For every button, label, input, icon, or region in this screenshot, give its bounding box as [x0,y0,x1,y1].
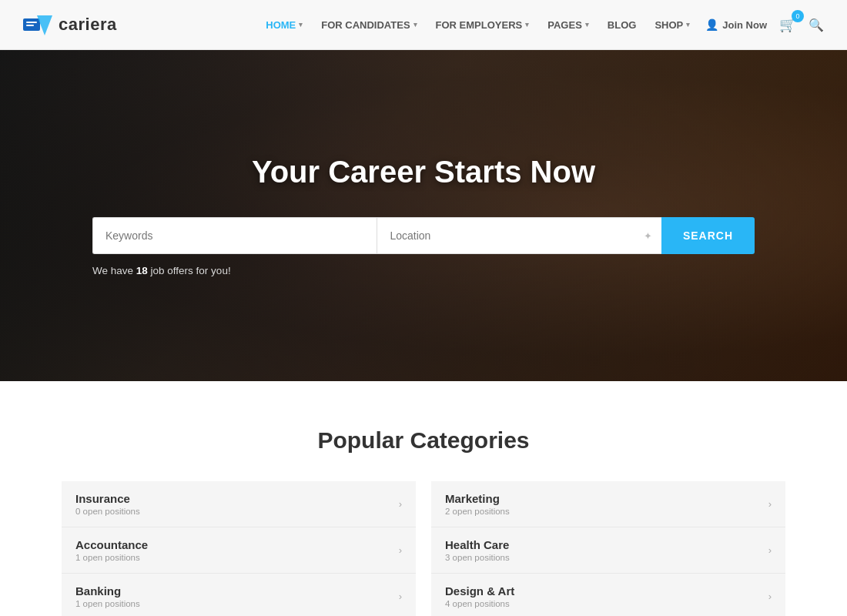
chevron-down-icon: ▾ [413,21,417,28]
chevron-right-icon: › [768,544,772,556]
chevron-right-icon: › [399,544,402,556]
chevron-down-icon: ▾ [299,21,303,28]
hero-section: Your Career Starts Now ✦ SEARCH We have … [0,50,847,381]
cart-badge: 0 [792,10,804,22]
category-count: 1 open positions [75,553,148,562]
svg-rect-2 [26,25,34,26]
category-count: 0 open positions [75,507,140,516]
nav-item-home[interactable]: HOME ▾ [258,13,310,37]
nav-item-employers[interactable]: FOR EMPLOYERS ▾ [428,13,537,37]
hero-job-count: We have 18 job offers for you! [92,265,231,276]
chevron-down-icon: ▾ [585,21,589,28]
hero-content: Your Career Starts Now ✦ SEARCH We have … [0,155,847,276]
categories-right-column: Marketing 2 open positions › Health Care… [431,481,785,616]
nav-item-shop[interactable]: SHOP ▾ [647,13,698,37]
category-name: Marketing [445,492,510,505]
list-item[interactable]: Marketing 2 open positions › [431,481,785,527]
chevron-down-icon: ▾ [686,21,690,28]
list-item[interactable]: Design & Art 4 open positions › [431,574,785,616]
navbar: cariera HOME ▾ FOR CANDIDATES ▾ FOR EMPL… [0,0,847,50]
nav-right: 👤 Join Now 🛒 0 🔍 [705,13,824,36]
hero-title: Your Career Starts Now [252,155,595,189]
category-count: 4 open positions [445,599,514,608]
search-bar: ✦ SEARCH [92,217,755,254]
category-count: 3 open positions [445,553,510,562]
category-name: Accountance [75,538,148,551]
categories-left-column: Insurance 0 open positions › Accountance… [62,481,416,616]
categories-grid: Insurance 0 open positions › Accountance… [62,481,785,616]
logo-text: cariera [59,15,117,35]
chevron-right-icon: › [768,591,772,602]
chevron-right-icon: › [768,498,772,510]
location-icon: ✦ [644,230,652,242]
nav-item-blog[interactable]: BLOG [600,13,644,37]
search-icon: 🔍 [808,18,824,32]
nav-link-shop[interactable]: SHOP ▾ [647,13,698,37]
categories-section: Popular Categories Insurance 0 open posi… [0,381,847,616]
nav-item-candidates[interactable]: FOR CANDIDATES ▾ [313,13,424,37]
category-name: Banking [75,584,140,598]
location-field: ✦ [377,217,661,254]
list-item[interactable]: Insurance 0 open positions › [62,481,416,527]
nav-item-pages[interactable]: PAGES ▾ [540,13,597,37]
category-name: Design & Art [445,584,514,598]
chevron-down-icon: ▾ [525,21,529,28]
nav-link-blog[interactable]: BLOG [600,13,644,37]
search-button[interactable]: SEARCH [661,217,755,254]
list-item[interactable]: Health Care 3 open positions › [431,527,785,574]
category-count: 2 open positions [445,507,510,516]
user-icon: 👤 [705,18,718,31]
chevron-right-icon: › [399,591,402,602]
list-item[interactable]: Banking 1 open positions › [62,574,416,616]
nav-link-employers[interactable]: FOR EMPLOYERS ▾ [428,13,537,37]
category-count: 1 open positions [75,599,140,608]
svg-rect-1 [26,22,37,23]
join-now-link[interactable]: 👤 Join Now [705,18,767,31]
location-input[interactable] [390,229,648,242]
nav-link-candidates[interactable]: FOR CANDIDATES ▾ [313,13,424,37]
chevron-right-icon: › [399,498,402,510]
list-item[interactable]: Accountance 1 open positions › [62,527,416,574]
logo-icon [23,14,52,35]
category-name: Insurance [75,492,140,505]
nav-link-pages[interactable]: PAGES ▾ [540,13,597,37]
cart-button[interactable]: 🛒 0 [776,13,799,36]
nav-links: HOME ▾ FOR CANDIDATES ▾ FOR EMPLOYERS ▾ … [258,13,698,37]
category-name: Health Care [445,538,510,551]
categories-title: Popular Categories [62,427,785,454]
search-icon-button[interactable]: 🔍 [808,18,824,32]
nav-link-home[interactable]: HOME ▾ [258,13,310,37]
logo[interactable]: cariera [23,14,117,35]
keywords-input[interactable] [92,217,377,254]
